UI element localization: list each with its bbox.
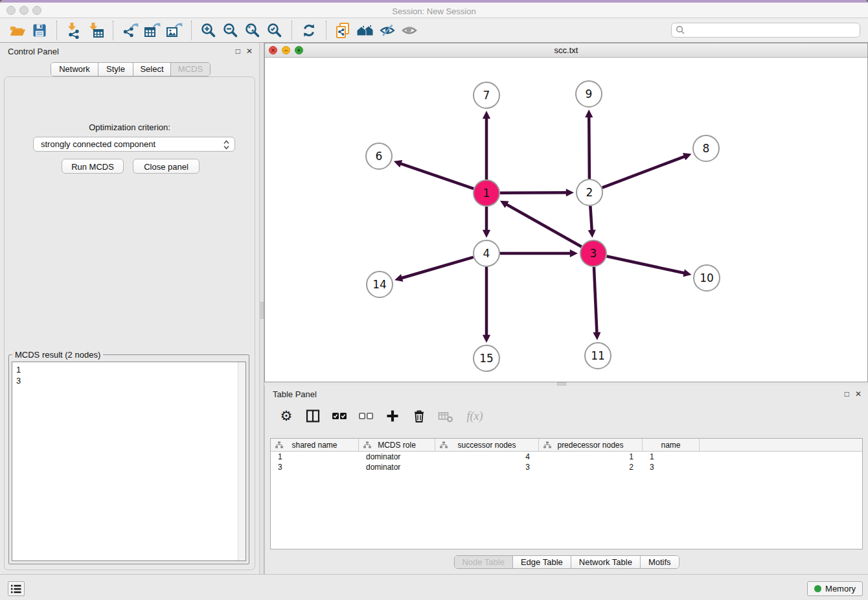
open-file-icon[interactable] xyxy=(6,20,29,41)
tab-network[interactable]: Network xyxy=(51,63,98,76)
column-header-shared-name[interactable]: shared name xyxy=(271,439,359,451)
function-builder-icon[interactable]: f(x) xyxy=(464,408,486,424)
cell-predecessor-nodes[interactable]: 1 xyxy=(539,452,643,462)
refresh-glyph xyxy=(301,22,317,39)
zoom-out-glyph xyxy=(222,22,239,39)
tab-style[interactable]: Style xyxy=(98,63,133,76)
graph-edge-2-8[interactable] xyxy=(602,156,685,187)
task-history-button[interactable] xyxy=(8,581,25,596)
clone-network-glyph xyxy=(335,22,352,39)
criterion-select[interactable]: strongly connected component xyxy=(33,137,235,152)
zoom-selected-glyph xyxy=(266,22,283,39)
cell-successor-nodes[interactable]: 4 xyxy=(435,452,539,462)
first-neighbors-icon[interactable] xyxy=(354,20,376,41)
control-panel-close-button[interactable]: ✕ xyxy=(246,47,253,56)
table-panel-close-button[interactable]: ✕ xyxy=(855,389,862,398)
criterion-select-value: strongly connected component xyxy=(41,139,155,149)
memory-button[interactable]: Memory xyxy=(807,581,863,596)
zoom-fit-glyph xyxy=(244,22,261,39)
tab-node-table[interactable]: Node Table xyxy=(454,556,513,568)
graph-edge-2-3[interactable] xyxy=(590,206,591,231)
network-view-window: ✕ − + scc.txt 7968124314101511 xyxy=(264,43,868,382)
create-column-icon[interactable] xyxy=(384,408,401,424)
table-tabs: Node Table Edge Table Network Table Moti… xyxy=(453,555,679,569)
export-network-icon[interactable] xyxy=(119,20,141,41)
tab-edge-table[interactable]: Edge Table xyxy=(513,556,571,568)
graph-edge-1-6[interactable] xyxy=(400,163,474,189)
apply-layout-icon[interactable] xyxy=(298,20,320,41)
export-image-icon[interactable] xyxy=(163,20,185,41)
tab-network-table[interactable]: Network Table xyxy=(571,556,641,568)
graph-edge-3-11[interactable] xyxy=(594,267,597,333)
search-input[interactable] xyxy=(671,23,860,38)
column-label: shared name xyxy=(291,441,337,450)
tab-motifs[interactable]: Motifs xyxy=(641,556,679,568)
vertical-splitter[interactable] xyxy=(259,43,264,574)
graph-node-label-10: 10 xyxy=(700,271,714,284)
column-header-mcds-role[interactable]: MCDS role xyxy=(359,439,435,451)
cell-successor-nodes[interactable]: 3 xyxy=(435,462,539,472)
split-pane-glyph xyxy=(306,409,320,423)
table-panel: Table Panel □ ✕ ⚙ xyxy=(264,386,868,574)
network-window-title: scc.txt xyxy=(265,43,867,58)
cell-shared-name[interactable]: 1 xyxy=(271,452,359,462)
import-table-icon[interactable] xyxy=(85,20,107,41)
graph-node-label-7: 7 xyxy=(483,89,490,102)
delete-columns-icon[interactable] xyxy=(411,408,428,424)
cell-mcds-role[interactable]: dominator xyxy=(359,462,435,472)
unselect-all-columns-icon[interactable] xyxy=(358,408,374,424)
eye-glyph xyxy=(401,22,418,39)
run-mcds-button[interactable]: Run MCDS xyxy=(62,159,124,174)
main-toolbar xyxy=(0,18,868,43)
control-panel: Control Panel □ ✕ Network Style Select M… xyxy=(0,43,259,574)
save-session-icon[interactable] xyxy=(29,20,51,41)
cell-mcds-role[interactable]: dominator xyxy=(359,452,435,462)
network-canvas[interactable]: 7968124314101511 xyxy=(265,58,867,382)
show-all-icon[interactable] xyxy=(398,20,420,41)
zoom-fit-icon[interactable] xyxy=(242,20,264,41)
fx-glyph: f(x) xyxy=(467,410,483,423)
result-scrollbar[interactable] xyxy=(238,362,246,560)
column-header-name[interactable]: name xyxy=(643,439,700,451)
clone-network-icon[interactable] xyxy=(332,20,354,41)
import-network-glyph xyxy=(65,22,82,39)
mcds-result-group: MCDS result (2 nodes) 1 3 xyxy=(8,354,249,564)
graph-edge-2-9[interactable] xyxy=(589,117,589,179)
hide-selected-icon[interactable] xyxy=(376,20,398,41)
mcds-result-textarea[interactable]: 1 3 xyxy=(12,362,246,561)
graph-edge-3-1[interactable] xyxy=(506,204,581,247)
tab-select[interactable]: Select xyxy=(133,63,171,76)
column-header-successor-nodes[interactable]: successor nodes xyxy=(435,439,539,451)
zoom-in-icon[interactable] xyxy=(198,20,220,41)
table-panel-float-button[interactable]: □ xyxy=(845,389,849,398)
toolbar-separator xyxy=(56,21,57,40)
delete-table-icon[interactable] xyxy=(437,408,454,424)
memory-status-icon xyxy=(814,585,821,592)
tab-mcds[interactable]: MCDS xyxy=(171,63,210,76)
graph-node-label-4: 4 xyxy=(483,247,490,260)
search-container xyxy=(671,23,860,38)
graph-edge-1-2[interactable] xyxy=(500,192,567,193)
graph-node-label-14: 14 xyxy=(372,278,387,291)
control-panel-float-button[interactable]: □ xyxy=(236,47,240,56)
cell-name[interactable]: 3 xyxy=(643,462,700,472)
cell-name[interactable]: 1 xyxy=(643,452,700,462)
close-panel-button[interactable]: Close panel xyxy=(133,159,200,174)
graph-node-label-15: 15 xyxy=(479,352,494,365)
zoom-selected-icon[interactable] xyxy=(264,20,286,41)
import-network-icon[interactable] xyxy=(63,20,85,41)
column-type-icon xyxy=(275,441,283,449)
graph-edge-4-14[interactable] xyxy=(402,257,474,278)
zoom-out-icon[interactable] xyxy=(220,20,242,41)
column-settings-icon[interactable]: ⚙ xyxy=(278,408,295,424)
column-header-predecessor-nodes[interactable]: predecessor nodes xyxy=(539,439,643,451)
splitter-grip[interactable] xyxy=(260,302,264,319)
export-table-glyph xyxy=(144,22,161,39)
export-table-icon[interactable] xyxy=(141,20,163,41)
cell-shared-name[interactable]: 3 xyxy=(271,462,359,472)
split-table-icon[interactable] xyxy=(304,408,321,424)
control-panel-tabs: Network Style Select MCDS xyxy=(51,62,211,76)
graph-edge-3-10[interactable] xyxy=(607,256,685,273)
select-all-columns-icon[interactable] xyxy=(331,408,348,424)
cell-predecessor-nodes[interactable]: 2 xyxy=(539,462,643,472)
